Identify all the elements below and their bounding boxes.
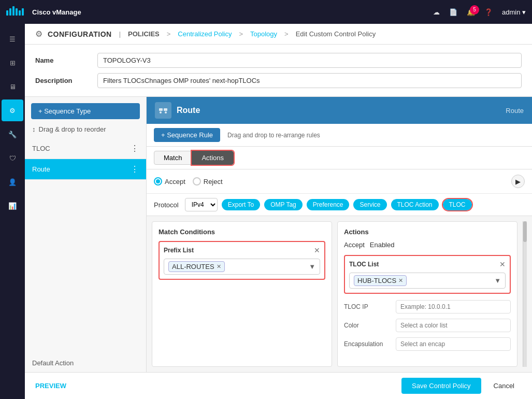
- prefix-tag-input[interactable]: ALL-ROUTES ✕ ▼: [164, 259, 320, 275]
- notifications[interactable]: 🔔 5: [467, 8, 475, 16]
- content-area: Match Conditions Prefix List ✕ ALL-ROUTE…: [147, 216, 532, 372]
- match-tab[interactable]: Match: [154, 151, 192, 165]
- all-routes-tag: ALL-ROUTES ✕: [168, 261, 225, 272]
- left-panel: + Sequence Type ↕ Drag & drop to reorder…: [25, 97, 147, 372]
- protocol-row: Protocol IPv4 IPv6 Export To OMP Tag Pre…: [147, 194, 532, 216]
- right-panel: Route Route + Sequence Rule Drag and dro…: [147, 97, 532, 372]
- sidebar-item-user[interactable]: 👤: [2, 171, 23, 193]
- tag-remove-btn[interactable]: ✕: [217, 263, 221, 270]
- cloud-icon[interactable]: ☁: [433, 8, 440, 16]
- tloc-btn[interactable]: TLOC: [443, 199, 472, 210]
- tloc-action-btn[interactable]: TLOC Action: [391, 199, 439, 210]
- accept-radio[interactable]: Accept: [154, 177, 185, 186]
- encap-row: Encapsulation: [344, 337, 511, 351]
- prefix-list-label: Prefix List: [164, 247, 194, 254]
- sidebar-item-device[interactable]: 🖥: [2, 76, 23, 97]
- save-button[interactable]: Save Control Policy: [401, 378, 481, 394]
- hub-tlocs-tag: HUB-TLOCS ✕: [354, 275, 407, 286]
- admin-menu[interactable]: admin ▾: [502, 8, 526, 16]
- tloc-list-label: TLOC List: [349, 261, 379, 268]
- drag-hint: ↕ Drag & drop to reorder: [25, 125, 146, 138]
- name-label: Name: [35, 56, 97, 64]
- accept-field-label: Accept: [344, 241, 365, 249]
- bottom-bar: PREVIEW Save Control Policy Cancel: [25, 372, 532, 399]
- breadcrumb-topology[interactable]: Topology: [250, 30, 277, 38]
- encap-label: Encapsulation: [344, 340, 396, 348]
- docs-icon[interactable]: 📄: [449, 8, 457, 16]
- tloc-close-btn[interactable]: ✕: [499, 260, 506, 268]
- scroll-bar[interactable]: [523, 221, 527, 367]
- sidebar-item-wrench[interactable]: 🔧: [2, 123, 23, 145]
- tloc-ip-input[interactable]: [396, 300, 511, 314]
- sequence-list: TLOC ⋮ Route ⋮: [25, 138, 146, 354]
- notif-count: 5: [470, 5, 479, 15]
- app-title: Cisco vManage: [32, 8, 81, 16]
- accept-radio-circle: [154, 177, 162, 186]
- tloc-tag-input[interactable]: HUB-TLOCS ✕ ▼: [349, 273, 506, 289]
- preview-link[interactable]: PREVIEW: [35, 382, 66, 390]
- protocol-select[interactable]: IPv4 IPv6: [185, 198, 218, 211]
- default-action-item[interactable]: Default Action: [25, 354, 146, 372]
- tloc-ip-row: TLOC IP: [344, 300, 511, 314]
- svg-rect-3: [16, 8, 18, 16]
- name-input[interactable]: [97, 53, 522, 68]
- desc-label: Description: [35, 77, 97, 84]
- protocol-label: Protocol: [154, 201, 179, 209]
- svg-rect-1: [9, 8, 11, 16]
- actions-title: Actions: [344, 228, 511, 236]
- color-input[interactable]: [396, 319, 511, 332]
- svg-rect-4: [19, 10, 21, 16]
- accept-enabled-row: Accept Enabled: [344, 241, 511, 249]
- svg-rect-0: [6, 10, 8, 16]
- sidebar-item-menu[interactable]: ☰: [2, 28, 23, 50]
- cancel-button[interactable]: Cancel: [486, 378, 522, 394]
- prefix-list-box: Prefix List ✕ ALL-ROUTES ✕ ▼: [159, 241, 325, 280]
- play-button[interactable]: ▶: [511, 175, 525, 188]
- help-icon[interactable]: ❓: [484, 8, 493, 16]
- route-dots-icon[interactable]: ⋮: [131, 164, 139, 174]
- seq-item-route[interactable]: Route ⋮: [25, 159, 146, 180]
- encap-input[interactable]: [396, 337, 511, 351]
- sort-icon: ↕: [32, 125, 36, 133]
- svg-rect-5: [22, 8, 24, 16]
- config-header: ⚙ CONFIGURATION | POLICIES > Centralized…: [25, 24, 532, 45]
- route-right-label: Route: [506, 107, 524, 115]
- tloc-dots-icon[interactable]: ⋮: [131, 144, 139, 153]
- sidebar-item-grid[interactable]: ⊞: [2, 52, 23, 74]
- svg-point-9: [165, 111, 167, 113]
- route-icon: [155, 102, 171, 119]
- tloc-ip-label: TLOC IP: [344, 303, 396, 310]
- desc-input[interactable]: [97, 73, 522, 88]
- reject-radio[interactable]: Reject: [193, 177, 223, 186]
- breadcrumb-centralized[interactable]: Centralized Policy: [178, 30, 232, 38]
- match-conditions-title: Match Conditions: [159, 228, 325, 236]
- sidebar-item-config[interactable]: ⚙: [2, 99, 23, 121]
- seq-rule-button[interactable]: + Sequence Rule: [154, 128, 220, 142]
- sidebar-item-shield[interactable]: 🛡: [2, 147, 23, 169]
- preference-btn[interactable]: Preference: [307, 199, 350, 210]
- tag-dropdown-icon[interactable]: ▼: [309, 263, 315, 270]
- reject-label: Reject: [204, 178, 223, 186]
- route-title: Route: [177, 106, 500, 115]
- tloc-tag-label: HUB-TLOCS: [357, 277, 396, 284]
- topnav: Cisco vManage ☁ 📄 🔔 5 ❓ admin ▾: [0, 0, 532, 24]
- omp-tag-btn[interactable]: OMP Tag: [264, 199, 303, 210]
- export-to-btn[interactable]: Export To: [222, 199, 260, 210]
- actions-tab[interactable]: Actions: [192, 151, 234, 165]
- color-label: Color: [344, 322, 396, 329]
- reject-radio-circle: [193, 177, 201, 186]
- service-btn[interactable]: Service: [353, 199, 386, 210]
- tloc-tag-remove-btn[interactable]: ✕: [398, 277, 403, 284]
- sidebar-item-chart[interactable]: 📊: [2, 195, 23, 217]
- svg-rect-7: [164, 108, 167, 111]
- tag-label: ALL-ROUTES: [172, 263, 214, 270]
- prefix-close-btn[interactable]: ✕: [314, 246, 320, 254]
- svg-rect-6: [159, 108, 163, 111]
- accept-reject-row: Accept Reject ▶: [147, 169, 532, 194]
- seq-type-button[interactable]: + Sequence Type: [31, 103, 140, 119]
- sep: |: [119, 30, 121, 38]
- gear-icon: ⚙: [35, 29, 42, 39]
- tloc-dropdown-icon[interactable]: ▼: [494, 277, 501, 284]
- seq-item-tloc[interactable]: TLOC ⋮: [25, 138, 146, 159]
- svg-rect-2: [12, 6, 15, 16]
